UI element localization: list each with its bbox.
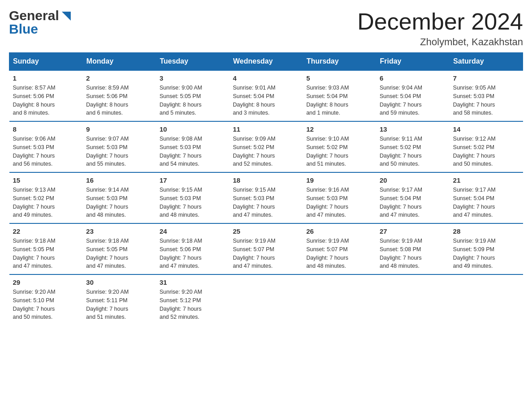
table-cell: 24 Sunrise: 9:18 AMSunset: 5:06 PMDaylig… xyxy=(156,223,229,274)
day-number: 4 xyxy=(233,74,299,82)
table-cell xyxy=(303,274,376,325)
day-info: Sunrise: 9:07 AMSunset: 5:03 PMDaylight:… xyxy=(86,136,129,167)
table-cell: 16 Sunrise: 9:14 AMSunset: 5:03 PMDaylig… xyxy=(82,172,156,223)
day-number: 16 xyxy=(86,176,152,184)
table-cell: 20 Sunrise: 9:17 AMSunset: 5:04 PMDaylig… xyxy=(376,172,450,223)
day-number: 17 xyxy=(159,176,226,184)
table-cell xyxy=(450,274,523,325)
month-title: December 2024 xyxy=(357,9,523,34)
day-number: 3 xyxy=(159,74,226,82)
day-number: 5 xyxy=(306,74,373,82)
day-info: Sunrise: 9:16 AMSunset: 5:03 PMDaylight:… xyxy=(306,187,349,218)
day-number: 24 xyxy=(159,227,226,235)
day-info: Sunrise: 9:06 AMSunset: 5:03 PMDaylight:… xyxy=(13,136,56,167)
day-number: 9 xyxy=(86,125,152,133)
day-info: Sunrise: 9:17 AMSunset: 5:04 PMDaylight:… xyxy=(380,187,422,218)
weekday-header-wednesday: Wednesday xyxy=(229,53,303,71)
svg-marker-0 xyxy=(62,12,71,21)
day-info: Sunrise: 9:18 AMSunset: 5:05 PMDaylight:… xyxy=(86,238,129,269)
table-cell: 4 Sunrise: 9:01 AMSunset: 5:04 PMDayligh… xyxy=(229,70,303,121)
day-number: 18 xyxy=(233,176,299,184)
table-cell: 5 Sunrise: 9:03 AMSunset: 5:04 PMDayligh… xyxy=(303,70,376,121)
day-info: Sunrise: 9:18 AMSunset: 5:06 PMDaylight:… xyxy=(159,238,202,269)
week-row-4: 22 Sunrise: 9:18 AMSunset: 5:05 PMDaylig… xyxy=(9,223,523,274)
day-info: Sunrise: 9:10 AMSunset: 5:02 PMDaylight:… xyxy=(306,136,349,167)
day-number: 2 xyxy=(86,74,152,82)
weekday-header-row: SundayMondayTuesdayWednesdayThursdayFrid… xyxy=(9,53,523,71)
table-cell: 30 Sunrise: 9:20 AMSunset: 5:11 PMDaylig… xyxy=(82,274,156,325)
table-cell: 11 Sunrise: 9:09 AMSunset: 5:02 PMDaylig… xyxy=(229,121,303,172)
day-info: Sunrise: 9:05 AMSunset: 5:03 PMDaylight:… xyxy=(453,85,496,116)
day-info: Sunrise: 9:01 AMSunset: 5:04 PMDaylight:… xyxy=(233,85,275,116)
day-number: 21 xyxy=(453,176,519,184)
weekday-header-monday: Monday xyxy=(82,53,156,71)
weekday-header-thursday: Thursday xyxy=(303,53,376,71)
day-info: Sunrise: 9:15 AMSunset: 5:03 PMDaylight:… xyxy=(233,187,275,218)
day-info: Sunrise: 9:04 AMSunset: 5:04 PMDaylight:… xyxy=(380,85,422,116)
day-info: Sunrise: 9:09 AMSunset: 5:02 PMDaylight:… xyxy=(233,136,275,167)
table-cell: 1 Sunrise: 8:57 AMSunset: 5:06 PMDayligh… xyxy=(9,70,83,121)
day-info: Sunrise: 9:15 AMSunset: 5:03 PMDaylight:… xyxy=(159,187,202,218)
day-info: Sunrise: 9:17 AMSunset: 5:04 PMDaylight:… xyxy=(453,187,496,218)
table-cell: 3 Sunrise: 9:00 AMSunset: 5:05 PMDayligh… xyxy=(156,70,229,121)
table-cell: 29 Sunrise: 9:20 AMSunset: 5:10 PMDaylig… xyxy=(9,274,83,325)
day-info: Sunrise: 9:19 AMSunset: 5:09 PMDaylight:… xyxy=(453,238,496,269)
weekday-header-saturday: Saturday xyxy=(450,53,523,71)
page-header: General Blue December 2024 Zholymbet, Ka… xyxy=(9,9,523,48)
day-info: Sunrise: 9:03 AMSunset: 5:04 PMDaylight:… xyxy=(306,85,349,116)
day-info: Sunrise: 9:13 AMSunset: 5:02 PMDaylight:… xyxy=(13,187,56,218)
day-info: Sunrise: 9:20 AMSunset: 5:10 PMDaylight:… xyxy=(13,289,56,320)
week-row-5: 29 Sunrise: 9:20 AMSunset: 5:10 PMDaylig… xyxy=(9,274,523,325)
table-cell: 8 Sunrise: 9:06 AMSunset: 5:03 PMDayligh… xyxy=(9,121,83,172)
table-cell: 2 Sunrise: 8:59 AMSunset: 5:06 PMDayligh… xyxy=(82,70,156,121)
day-info: Sunrise: 9:19 AMSunset: 5:07 PMDaylight:… xyxy=(306,238,349,269)
weekday-header-tuesday: Tuesday xyxy=(156,53,229,71)
day-info: Sunrise: 8:59 AMSunset: 5:06 PMDaylight:… xyxy=(86,85,129,116)
table-cell: 10 Sunrise: 9:08 AMSunset: 5:03 PMDaylig… xyxy=(156,121,229,172)
table-cell: 18 Sunrise: 9:15 AMSunset: 5:03 PMDaylig… xyxy=(229,172,303,223)
day-info: Sunrise: 9:18 AMSunset: 5:05 PMDaylight:… xyxy=(13,238,56,269)
table-cell: 14 Sunrise: 9:12 AMSunset: 5:02 PMDaylig… xyxy=(450,121,523,172)
weekday-header-sunday: Sunday xyxy=(9,53,83,71)
table-cell: 12 Sunrise: 9:10 AMSunset: 5:02 PMDaylig… xyxy=(303,121,376,172)
day-number: 13 xyxy=(380,125,446,133)
location: Zholymbet, Kazakhstan xyxy=(357,36,523,48)
table-cell: 26 Sunrise: 9:19 AMSunset: 5:07 PMDaylig… xyxy=(303,223,376,274)
day-number: 15 xyxy=(13,176,79,184)
table-cell: 22 Sunrise: 9:18 AMSunset: 5:05 PMDaylig… xyxy=(9,223,83,274)
week-row-1: 1 Sunrise: 8:57 AMSunset: 5:06 PMDayligh… xyxy=(9,70,523,121)
day-info: Sunrise: 8:57 AMSunset: 5:06 PMDaylight:… xyxy=(13,85,56,116)
table-cell: 21 Sunrise: 9:17 AMSunset: 5:04 PMDaylig… xyxy=(450,172,523,223)
table-cell: 31 Sunrise: 9:20 AMSunset: 5:12 PMDaylig… xyxy=(156,274,229,325)
title-block: December 2024 Zholymbet, Kazakhstan xyxy=(357,9,523,48)
table-cell: 13 Sunrise: 9:11 AMSunset: 5:02 PMDaylig… xyxy=(376,121,450,172)
day-number: 8 xyxy=(13,125,79,133)
day-number: 29 xyxy=(13,278,79,286)
table-cell: 9 Sunrise: 9:07 AMSunset: 5:03 PMDayligh… xyxy=(82,121,156,172)
day-number: 31 xyxy=(159,278,226,286)
day-number: 14 xyxy=(453,125,519,133)
day-number: 19 xyxy=(306,176,373,184)
week-row-3: 15 Sunrise: 9:13 AMSunset: 5:02 PMDaylig… xyxy=(9,172,523,223)
table-cell: 23 Sunrise: 9:18 AMSunset: 5:05 PMDaylig… xyxy=(82,223,156,274)
day-info: Sunrise: 9:19 AMSunset: 5:07 PMDaylight:… xyxy=(233,238,275,269)
day-number: 26 xyxy=(306,227,373,235)
table-cell: 17 Sunrise: 9:15 AMSunset: 5:03 PMDaylig… xyxy=(156,172,229,223)
table-cell: 15 Sunrise: 9:13 AMSunset: 5:02 PMDaylig… xyxy=(9,172,83,223)
day-number: 25 xyxy=(233,227,299,235)
day-number: 11 xyxy=(233,125,299,133)
day-info: Sunrise: 9:14 AMSunset: 5:03 PMDaylight:… xyxy=(86,187,129,218)
week-row-2: 8 Sunrise: 9:06 AMSunset: 5:03 PMDayligh… xyxy=(9,121,523,172)
table-cell: 25 Sunrise: 9:19 AMSunset: 5:07 PMDaylig… xyxy=(229,223,303,274)
weekday-header-friday: Friday xyxy=(376,53,450,71)
day-number: 1 xyxy=(13,74,79,82)
day-info: Sunrise: 9:11 AMSunset: 5:02 PMDaylight:… xyxy=(380,136,422,167)
day-info: Sunrise: 9:12 AMSunset: 5:02 PMDaylight:… xyxy=(453,136,496,167)
day-number: 22 xyxy=(13,227,79,235)
calendar-table: SundayMondayTuesdayWednesdayThursdayFrid… xyxy=(9,52,523,325)
day-number: 6 xyxy=(380,74,446,82)
table-cell: 28 Sunrise: 9:19 AMSunset: 5:09 PMDaylig… xyxy=(450,223,523,274)
day-info: Sunrise: 9:19 AMSunset: 5:08 PMDaylight:… xyxy=(380,238,422,269)
day-info: Sunrise: 9:00 AMSunset: 5:05 PMDaylight:… xyxy=(159,85,202,116)
table-cell xyxy=(229,274,303,325)
